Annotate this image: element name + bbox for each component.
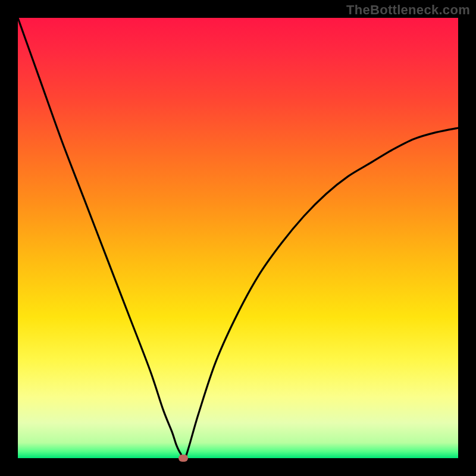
- plot-area: [18, 18, 458, 458]
- chart-frame: TheBottleneck.com: [0, 0, 476, 476]
- watermark-text: TheBottleneck.com: [346, 2, 470, 18]
- plot-background: [18, 18, 458, 458]
- plot-svg: [18, 18, 458, 458]
- optimum-marker: [178, 455, 188, 462]
